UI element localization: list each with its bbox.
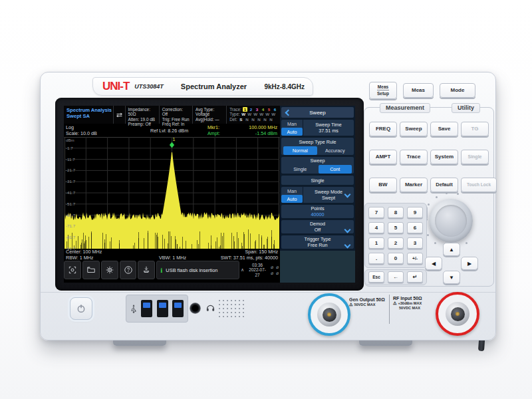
- menu-item-demod[interactable]: Demod Off: [281, 220, 354, 233]
- usb-save-button[interactable]: [138, 261, 155, 279]
- status-bar: Spectrum Analysis Swept SA Impedance: 50…: [64, 106, 280, 124]
- warning-icon: ⚠: [393, 301, 397, 305]
- auto-option[interactable]: Auto: [281, 195, 303, 203]
- gen-output-connector[interactable]: [308, 293, 350, 336]
- meas-setup-button[interactable]: Meas Setup: [369, 82, 397, 99]
- menu-item-sweep-mode[interactable]: Man Auto Sweep Mode Swept: [281, 187, 354, 203]
- arrow-up-button[interactable]: ▲: [443, 243, 460, 256]
- enter-button[interactable]: ↵: [407, 271, 423, 283]
- menu-item-sweep-time[interactable]: Man Auto Sweep Time 37.51 ms: [281, 120, 354, 136]
- key-2[interactable]: 2: [388, 237, 404, 249]
- cont-option[interactable]: Cont: [319, 165, 352, 174]
- headphone-jack[interactable]: [190, 303, 201, 314]
- utility-section-label: Utility: [452, 103, 480, 113]
- status-icon: ⌀: [269, 264, 275, 270]
- spectrum-plot[interactable]: 1 dBm -1.7-11.7-21.7-31.7-41.7-51.7-61.7…: [65, 137, 279, 249]
- knob-tick-dot: [428, 203, 430, 205]
- trace-3[interactable]: 3: [255, 107, 259, 112]
- trace-4[interactable]: 4: [261, 107, 265, 112]
- key-9[interactable]: 9: [407, 207, 423, 218]
- speaker-grille: [217, 299, 245, 319]
- trace-5[interactable]: 5: [267, 107, 271, 112]
- key-7[interactable]: 7: [368, 207, 384, 218]
- usb-port-2[interactable]: [157, 300, 168, 317]
- avg-hold-status: Avg|Hold: —: [196, 117, 223, 122]
- y-axis-unit: dBm: [66, 138, 74, 142]
- app-submode: Swept SA: [66, 113, 110, 119]
- frequency-range: 9kHz-8.4GHz: [264, 83, 305, 90]
- swt-label: SWT: 37.51 ms, pts: 40000: [221, 255, 278, 261]
- key-5[interactable]: 5: [388, 222, 404, 233]
- connector-metal: [446, 302, 469, 326]
- marker-button[interactable]: Marker: [400, 178, 428, 192]
- meas-button[interactable]: Meas: [403, 83, 434, 98]
- key-8[interactable]: 8: [388, 207, 404, 218]
- help-button[interactable]: [120, 261, 137, 279]
- man-option[interactable]: Man: [281, 120, 303, 128]
- single-button[interactable]: Single: [461, 150, 489, 164]
- menu-header[interactable]: Sweep: [281, 107, 354, 118]
- single-softkey-label: Single: [311, 178, 325, 184]
- save-button[interactable]: Save: [430, 122, 458, 136]
- arrow-down-button[interactable]: ▼: [443, 271, 460, 284]
- file-manager-button[interactable]: [82, 261, 100, 279]
- key-6[interactable]: 6: [407, 222, 423, 233]
- key-plusminus[interactable]: +/-: [407, 253, 423, 264]
- touch-lock-button[interactable]: Touch Lock: [461, 178, 497, 192]
- rf-input-labels: RF Input 50Ω ⚠ +30dBm MAX 50VDC MAX: [393, 296, 434, 310]
- screenshot-button[interactable]: [64, 261, 81, 279]
- clock-area: ∧ 03:36 2022-07-27 ⌀⌀ ⌀⌀: [241, 263, 280, 278]
- rf-input-connector[interactable]: [436, 292, 479, 336]
- key-3[interactable]: 3: [407, 237, 423, 249]
- demod-value: Off: [315, 227, 321, 233]
- lcd-screen[interactable]: Spectrum Analysis Swept SA Impedance: 50…: [64, 106, 355, 283]
- key-dot[interactable]: .: [368, 253, 384, 264]
- power-button[interactable]: [70, 297, 92, 320]
- backspace-button[interactable]: ←: [388, 271, 404, 283]
- chevron-down-icon: [344, 241, 351, 248]
- key-4[interactable]: 4: [368, 222, 384, 233]
- screen-bezel: Spectrum Analysis Swept SA Impedance: 50…: [55, 98, 364, 291]
- trace-1[interactable]: 1: [243, 107, 247, 112]
- knob-tick-dot: [427, 234, 429, 236]
- settings-button[interactable]: [101, 261, 118, 279]
- freq-button[interactable]: FREQ: [369, 122, 397, 136]
- gen-output-label: Gen Output 50Ω: [349, 297, 388, 303]
- softkey-menu: Sweep Man Auto Sweep Time 37.51 ms: [280, 106, 355, 283]
- menu-item-sweep[interactable]: Sweep Single Cont: [281, 157, 354, 174]
- tg-button[interactable]: TG: [461, 122, 489, 136]
- trace-2[interactable]: 2: [249, 107, 253, 112]
- arrow-right-button[interactable]: ▶: [461, 257, 478, 270]
- menu-item-points[interactable]: Points 40000: [281, 205, 354, 218]
- status-icon: ⌀: [275, 264, 280, 270]
- trace-button[interactable]: Trace: [400, 150, 428, 164]
- trace-6[interactable]: 6: [273, 107, 277, 112]
- auto-option[interactable]: Auto: [281, 128, 303, 136]
- key-0[interactable]: 0: [388, 253, 404, 264]
- menu-item-trigger-type[interactable]: Trigger Type Free Run: [281, 235, 354, 249]
- accuracy-option[interactable]: Accuracy: [319, 146, 352, 155]
- key-1[interactable]: 1: [368, 237, 384, 249]
- mode-button[interactable]: Mode: [440, 83, 475, 98]
- sweep-button[interactable]: Sweep: [400, 122, 428, 136]
- y-axis-tick: -81.7: [66, 235, 75, 239]
- ampt-button[interactable]: AMPT: [369, 150, 397, 164]
- rf-input-label: RF Input 50Ω: [393, 296, 434, 301]
- system-button[interactable]: System: [430, 150, 458, 164]
- svg-text:1: 1: [173, 137, 176, 142]
- device-title: Spectrum Analyzer: [181, 82, 247, 90]
- usb-port-1[interactable]: [141, 300, 152, 317]
- esc-button[interactable]: Esc: [368, 271, 384, 283]
- trace-label: Trace:: [229, 107, 241, 112]
- sweep-time-label: Sweep Time: [315, 122, 342, 128]
- bw-button[interactable]: BW: [369, 178, 397, 192]
- menu-item-sweep-type-rule[interactable]: Sweep Type Rule Normal Accuracy: [281, 138, 354, 155]
- man-option[interactable]: Man: [281, 187, 303, 195]
- usb-port-3[interactable]: [172, 300, 184, 317]
- single-option[interactable]: Single: [283, 165, 317, 174]
- default-button[interactable]: Default: [430, 178, 458, 192]
- rotary-knob[interactable]: [429, 199, 473, 243]
- menu-item-single[interactable]: Single: [281, 176, 354, 185]
- arrow-left-button[interactable]: ◀: [425, 257, 442, 270]
- normal-option[interactable]: Normal: [283, 146, 317, 155]
